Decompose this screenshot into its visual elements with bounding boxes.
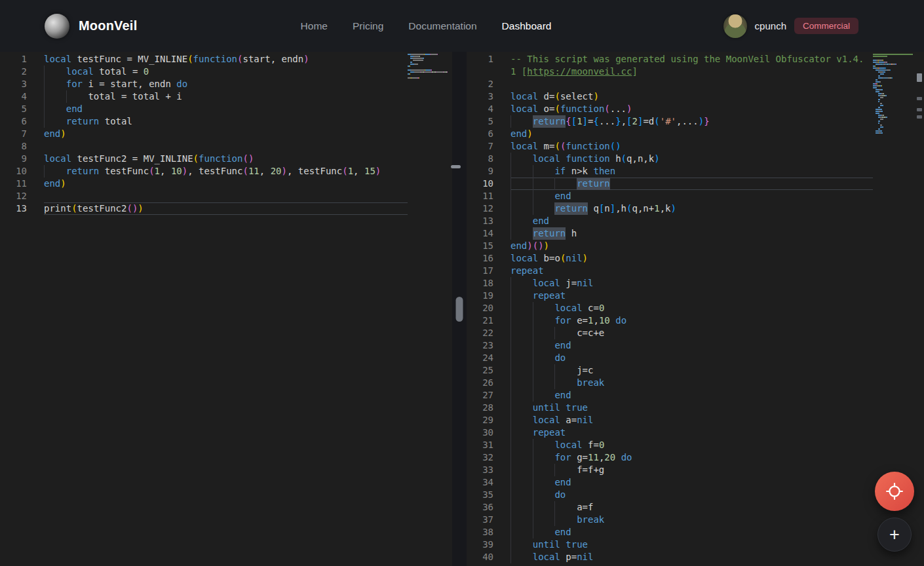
code-line[interactable]: 13print(testFunc2()) — [0, 202, 408, 215]
code-line[interactable]: 25 j=c — [467, 364, 873, 377]
user-name: cpunch — [755, 20, 786, 31]
user-avatar[interactable] — [723, 14, 747, 38]
code-line[interactable]: 34 end — [467, 476, 873, 489]
brand: MoonVeil — [45, 14, 137, 39]
nav-link-dashboard[interactable]: Dashboard — [502, 20, 552, 32]
code-line[interactable]: 11end) — [0, 178, 408, 190]
code-line[interactable]: 10 return testFunc(1, 10), testFunc(11, … — [0, 165, 408, 178]
right-editor-lines: 1-- This script was generated using the … — [467, 52, 873, 566]
code-line[interactable]: 40 local p=nil — [467, 551, 873, 563]
code-line[interactable]: 37 break — [467, 514, 873, 526]
code-line[interactable]: 23 end — [467, 339, 873, 352]
plus-icon: + — [889, 525, 900, 545]
code-line[interactable]: 19 repeat — [467, 290, 873, 302]
code-line[interactable]: 33 f=f+g — [467, 464, 873, 476]
code-line[interactable]: 20 local c=0 — [467, 302, 873, 314]
code-line[interactable]: 11 end — [467, 190, 873, 202]
code-line[interactable]: 31 local f=0 — [467, 439, 873, 451]
code-line[interactable]: 1 [https://moonveil.cc] — [467, 66, 873, 78]
main-nav: HomePricingDocumentationDashboard — [301, 0, 552, 52]
code-line[interactable]: 13 end — [467, 215, 873, 227]
code-line[interactable]: 35 do — [467, 489, 873, 501]
code-line[interactable]: 12 return q[n],h(q,n+1,k) — [467, 202, 873, 215]
nav-link-home[interactable]: Home — [301, 20, 328, 32]
code-line[interactable]: 7end) — [0, 128, 408, 140]
code-line[interactable]: 1local testFunc = MV_INLINE(function(sta… — [0, 53, 408, 66]
code-line[interactable]: 29 local a=nil — [467, 414, 873, 426]
right-editor-scrollbar[interactable] — [915, 52, 924, 566]
code-line[interactable]: 16local b=o(nil) — [467, 252, 873, 265]
brand-name: MoonVeil — [79, 18, 137, 33]
code-line[interactable]: 27 end — [467, 389, 873, 402]
left-editor-minimap[interactable] — [408, 52, 452, 566]
code-line[interactable]: 4local o=(function(...) — [467, 103, 873, 115]
code-line[interactable]: 12 — [0, 190, 408, 202]
code-line[interactable]: 3 for i = start, endn do — [0, 78, 408, 90]
nav-link-documentation[interactable]: Documentation — [408, 20, 476, 32]
overview-ruler-mark — [917, 115, 922, 119]
code-line[interactable]: 22 c=c+e — [467, 327, 873, 339]
split-drag-handle[interactable] — [456, 297, 463, 322]
add-button[interactable]: + — [877, 518, 912, 552]
moon-logo-icon — [45, 14, 69, 39]
code-line[interactable]: 6end) — [467, 128, 873, 140]
code-line[interactable]: 32 for g=11,20 do — [467, 451, 873, 464]
source-editor[interactable]: 1local testFunc = MV_INLINE(function(sta… — [0, 52, 452, 566]
code-line[interactable]: 26 break — [467, 377, 873, 389]
code-line[interactable]: 18 local j=nil — [467, 277, 873, 290]
nav-link-pricing[interactable]: Pricing — [353, 20, 383, 32]
code-line[interactable]: 5 return{[1]={...},[2]=d('#',...)} — [467, 115, 873, 128]
output-editor[interactable]: 1-- This script was generated using the … — [467, 52, 924, 566]
code-line[interactable]: 6 return total — [0, 115, 408, 128]
scrollbar-thumb[interactable] — [917, 73, 922, 82]
code-line[interactable]: 15end)()) — [467, 240, 873, 252]
plan-badge: Commercial — [794, 18, 858, 34]
code-line[interactable]: 3local d=(select) — [467, 90, 873, 103]
editor-split: 1local testFunc = MV_INLINE(function(sta… — [0, 52, 924, 566]
code-line[interactable]: 2 local total = 0 — [0, 66, 408, 78]
code-line[interactable]: 5 end — [0, 103, 408, 115]
code-line[interactable]: 21 for e=1,10 do — [467, 314, 873, 327]
code-line[interactable]: 36 a=f — [467, 501, 873, 514]
code-line[interactable]: 1-- This script was generated using the … — [467, 53, 873, 66]
target-button[interactable] — [875, 472, 914, 511]
code-line[interactable]: 7local m=((function() — [467, 140, 873, 153]
code-line[interactable]: 39 until true — [467, 538, 873, 551]
code-line[interactable]: 8 local function h(q,n,k) — [467, 153, 873, 165]
code-line[interactable]: 17repeat — [467, 265, 873, 277]
overview-ruler-mark — [917, 97, 922, 100]
code-line[interactable]: 24 do — [467, 352, 873, 364]
code-line[interactable]: 14 return h — [467, 227, 873, 240]
left-editor-lines: 1local testFunc = MV_INLINE(function(sta… — [0, 52, 408, 566]
code-line[interactable]: 9local testFunc2 = MV_INLINE(function() — [0, 153, 408, 165]
left-editor-scroll-dash[interactable] — [451, 165, 461, 168]
code-line[interactable]: 30 repeat — [467, 426, 873, 439]
code-line[interactable]: 2 — [467, 78, 873, 90]
split-divider — [452, 52, 467, 566]
user-area: cpunch Commercial — [723, 0, 858, 52]
code-line[interactable]: 28 until true — [467, 402, 873, 414]
code-line[interactable]: 9 if n>k then — [467, 165, 873, 178]
code-line[interactable]: 38 end — [467, 526, 873, 538]
overview-ruler-mark — [917, 108, 922, 111]
code-line[interactable]: 4 total = total + i — [0, 90, 408, 103]
code-line[interactable]: 8 — [0, 140, 408, 153]
code-line[interactable]: 10 return — [467, 178, 873, 190]
crosshair-icon — [886, 483, 903, 500]
top-nav: MoonVeil HomePricingDocumentationDashboa… — [0, 0, 924, 52]
